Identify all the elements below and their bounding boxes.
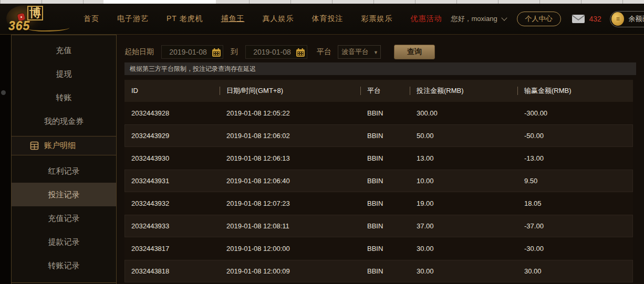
- user-greeting: 您好，moxiang: [451, 14, 497, 24]
- cell-datetime: 2019-01-08 12:07:23: [220, 192, 360, 215]
- table-header-row: ID 日期/时间(GMT+8) 平台 投注金额(RMB) 输赢金额(RMB): [124, 80, 633, 102]
- ledger-icon: [30, 141, 39, 150]
- cell-id: 2032443818: [124, 260, 220, 282]
- cell-winloss: -300.00: [517, 102, 633, 124]
- left-gutter: [0, 35, 11, 284]
- cell-winloss: -50.00: [517, 124, 633, 147]
- balance-hidden-label: 余额已隐藏: [628, 14, 644, 24]
- envelope-icon: [572, 14, 585, 24]
- to-label: 到: [231, 47, 238, 57]
- table-row: 2032443929 2019-01-08 12:06:02 BBIN 50.0…: [124, 124, 633, 147]
- nav-item-sports[interactable]: 体育投注: [303, 14, 352, 24]
- cell-platform: BBIN: [360, 124, 410, 147]
- start-date-input[interactable]: 2019-01-08: [161, 45, 223, 59]
- sidebar-item-deposit[interactable]: 充值: [12, 38, 116, 62]
- table-row: 2032443932 2019-01-08 12:07:23 BBIN 19.0…: [124, 192, 633, 215]
- personal-center-button[interactable]: 个人中心: [517, 12, 561, 26]
- sidebar-item-vouchers[interactable]: 我的现金券: [12, 109, 116, 133]
- col-header-platform: 平台: [360, 80, 410, 102]
- betting-records-page: 博 365 首页 电子游艺 PT 老虎机 捕鱼王 真人娱乐 体育投注 彩票娱乐 …: [0, 0, 644, 284]
- calendar-icon[interactable]: [296, 48, 305, 57]
- site-logo[interactable]: 博 365: [5, 4, 72, 34]
- platform-selected-value: 波音平台: [341, 47, 372, 57]
- nav-item-home[interactable]: 首页: [75, 14, 108, 24]
- delay-notice: 根据第三方平台限制，投注记录查询存在延迟: [124, 62, 636, 75]
- cell-bet: 30.00: [410, 260, 517, 282]
- sidebar-top-list: 充值 提现 转账 我的现金券: [12, 35, 116, 133]
- nav-item-egames[interactable]: 电子游艺: [108, 14, 158, 24]
- betting-records-table: ID 日期/时间(GMT+8) 平台 投注金额(RMB) 输赢金额(RMB) 2…: [124, 80, 633, 282]
- filter-bar: 起始日期 2019-01-08 到 2019-01-08: [124, 45, 644, 59]
- cell-bet: 300.00: [410, 102, 517, 124]
- col-header-bet-amount: 投注金额(RMB): [410, 80, 517, 102]
- table-row: 2032443933 2019-01-08 12:08:11 BBIN 37.0…: [124, 215, 633, 237]
- cell-bet: 10.00: [410, 170, 517, 192]
- calendar-icon[interactable]: [212, 48, 221, 57]
- table-row: 2032443928 2019-01-08 12:05:22 BBIN 300.…: [124, 102, 633, 124]
- cell-platform: BBIN: [360, 192, 410, 215]
- sidebar-item-betting-records[interactable]: 投注记录: [12, 183, 116, 206]
- cell-bet: 50.00: [410, 124, 517, 147]
- cell-id: 2032443930: [124, 147, 220, 170]
- cell-platform: BBIN: [360, 147, 410, 170]
- sidebar-item-transfer[interactable]: 转账: [12, 86, 116, 109]
- cell-bet: 19.00: [410, 192, 517, 215]
- cell-platform: BBIN: [360, 215, 410, 237]
- cell-datetime: 2019-01-08 12:00:00: [220, 237, 360, 260]
- background-spreadsheet-strip: [0, 0, 644, 4]
- spreadsheet-cell: [103, 0, 216, 4]
- sidebar-item-withdraw[interactable]: 提现: [12, 62, 116, 86]
- balance-pill: ≡ 余额已隐藏 显示: [610, 11, 644, 27]
- col-header-winloss-amount: 输赢金额(RMB): [517, 80, 633, 102]
- sidebar-section-account-details[interactable]: 账户明细: [12, 136, 116, 155]
- table-body: 2032443928 2019-01-08 12:05:22 BBIN 300.…: [124, 102, 633, 282]
- sidebar-sub-list: 红利记录 投注记录 充值记录 提款记录 转账记录: [12, 159, 116, 283]
- page-body: 充值 提现 转账 我的现金券 账户明细 红利记录 投注记录 充值记录 提款记录: [0, 35, 644, 284]
- cell-id: 2032443931: [124, 170, 220, 192]
- sidebar-item-transfer-records[interactable]: 转账记录: [12, 254, 116, 277]
- query-button[interactable]: 查询: [394, 45, 435, 59]
- logo-swoosh: [28, 25, 69, 31]
- cell-winloss: -30.00: [517, 237, 633, 260]
- start-date-label: 起始日期: [124, 47, 154, 57]
- sidebar-item-withdrawal-records[interactable]: 提款记录: [12, 230, 116, 254]
- nav-item-live-casino[interactable]: 真人娱乐: [254, 14, 303, 24]
- cell-winloss: 9.50: [517, 170, 633, 192]
- cell-datetime: 2019-01-08 12:06:02: [220, 124, 360, 147]
- col-header-datetime: 日期/时间(GMT+8): [220, 80, 360, 102]
- table-row: 2032443930 2019-01-08 12:06:13 BBIN 13.0…: [124, 147, 633, 170]
- sidebar-item-deposit-records[interactable]: 充值记录: [12, 206, 116, 230]
- table-row: 2032443818 2019-01-08 12:00:09 BBIN 30.0…: [124, 260, 633, 282]
- logo-char: 博: [27, 6, 43, 20]
- cell-bet: 37.00: [410, 215, 517, 237]
- logo-number: 365: [8, 19, 30, 33]
- cell-platform: BBIN: [360, 260, 410, 282]
- chevron-down-icon[interactable]: [501, 15, 507, 20]
- cell-datetime: 2019-01-08 12:05:22: [220, 102, 360, 124]
- platform-select[interactable]: 波音平台 ▼: [338, 45, 381, 59]
- sidebar-item-bonus-records[interactable]: 红利记录: [12, 159, 116, 183]
- cell-id: 2032443929: [124, 124, 220, 147]
- cell-platform: BBIN: [360, 237, 410, 260]
- end-date-input[interactable]: 2019-01-08: [245, 45, 307, 59]
- table-row: 2032443817 2019-01-08 12:00:00 BBIN 30.0…: [124, 237, 633, 260]
- nav-item-fishing[interactable]: 捕鱼王: [212, 14, 254, 24]
- mail-button[interactable]: [572, 14, 585, 24]
- cell-winloss: 30.00: [517, 260, 633, 282]
- main-content: 起始日期 2019-01-08 到 2019-01-08: [117, 35, 644, 284]
- col-header-id: ID: [124, 80, 220, 102]
- start-date-value: 2019-01-08: [169, 48, 215, 56]
- user-area: 您好，moxiang 个人中心 432 ≡ 余额已隐藏 显示: [451, 4, 644, 34]
- cell-winloss: -13.00: [517, 147, 633, 170]
- select-arrow-icon: ▼: [373, 50, 378, 55]
- sidebar-section-label: 账户明细: [44, 141, 76, 151]
- cell-datetime: 2019-01-08 12:06:40: [220, 170, 360, 192]
- nav-item-pt-slots[interactable]: PT 老虎机: [158, 14, 212, 24]
- cell-datetime: 2019-01-08 12:00:09: [220, 260, 360, 282]
- sidebar: 充值 提现 转账 我的现金券 账户明细 红利记录 投注记录 充值记录 提款记录: [11, 35, 117, 284]
- nav-item-promotions[interactable]: 优惠活动: [402, 14, 451, 24]
- coins-icon: ≡: [611, 12, 625, 26]
- cell-platform: BBIN: [360, 170, 410, 192]
- cell-id: 2032443928: [124, 102, 220, 124]
- nav-item-lottery[interactable]: 彩票娱乐: [352, 14, 402, 24]
